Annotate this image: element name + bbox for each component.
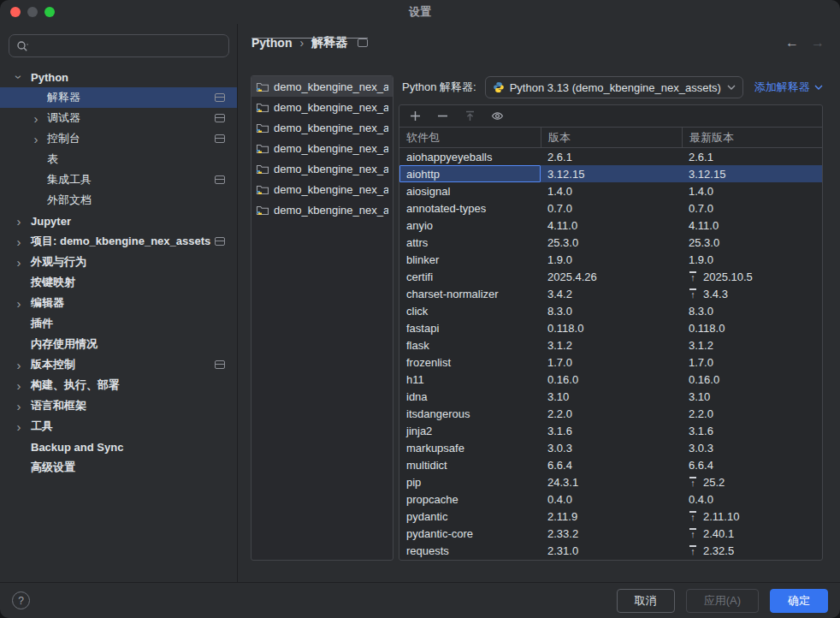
project-list-item[interactable]: demo_kbengine_nex_assets: [251, 97, 393, 117]
package-row[interactable]: multidict 6.6.4 6.6.4: [399, 456, 822, 473]
package-row[interactable]: itsdangerous 2.2.0 2.2.0: [399, 405, 822, 422]
project-list-item[interactable]: demo_kbengine_nex_assets: [251, 179, 393, 199]
chevron-icon[interactable]: ›: [15, 297, 23, 310]
add-interpreter-link[interactable]: 添加解释器: [754, 80, 823, 95]
latest-version-cell[interactable]: 0.4.0: [682, 490, 822, 508]
latest-version-cell[interactable]: 4.11.0: [682, 217, 822, 234]
column-header-version[interactable]: 版本: [541, 128, 682, 147]
version-cell[interactable]: 1.7.0: [541, 354, 682, 371]
zoom-window-button[interactable]: [44, 7, 55, 17]
latest-version-cell[interactable]: 3.12.15: [682, 165, 822, 182]
package-name-cell[interactable]: anyio: [399, 217, 541, 234]
back-button[interactable]: ←: [785, 35, 799, 51]
chevron-icon[interactable]: ›: [15, 256, 23, 269]
package-name-cell[interactable]: h11: [399, 371, 541, 388]
chevron-icon[interactable]: ›: [13, 73, 26, 81]
package-name-cell[interactable]: aiohappyeyeballs: [399, 148, 541, 165]
latest-version-cell[interactable]: 2.6.1: [682, 148, 822, 165]
package-row[interactable]: pip 24.3.1 25.2: [399, 473, 822, 490]
package-name-cell[interactable]: flask: [399, 336, 541, 354]
package-name-cell[interactable]: propcache: [399, 490, 541, 508]
version-cell[interactable]: 6.6.4: [541, 456, 682, 473]
apply-button[interactable]: 应用(A): [686, 589, 759, 613]
sidebar-item[interactable]: › 版本控制: [0, 354, 237, 375]
latest-version-cell[interactable]: 0.7.0: [682, 199, 822, 217]
latest-version-cell[interactable]: 2.32.5: [682, 542, 822, 559]
project-list-item[interactable]: demo_kbengine_nex_assets: [251, 76, 393, 97]
latest-version-cell[interactable]: 2025.10.5: [682, 268, 822, 285]
package-row[interactable]: aiohappyeyeballs 2.6.1 2.6.1: [399, 148, 822, 165]
version-cell[interactable]: 1.4.0: [541, 182, 682, 199]
version-cell[interactable]: 0.118.0: [541, 319, 682, 336]
show-early-releases-button[interactable]: [489, 109, 505, 124]
sidebar-item[interactable]: › 解释器: [0, 87, 237, 108]
sidebar-item[interactable]: › 插件: [0, 313, 237, 334]
cancel-button[interactable]: 取消: [617, 589, 675, 613]
project-list-item[interactable]: demo_kbengine_nex_assets: [251, 158, 393, 179]
sidebar-item[interactable]: › Jupyter: [0, 211, 237, 231]
settings-search-input[interactable]: [9, 34, 229, 57]
sidebar-item[interactable]: › 调试器: [0, 108, 237, 128]
latest-version-cell[interactable]: 25.3.0: [682, 234, 822, 251]
sidebar-item[interactable]: › 工具: [0, 416, 237, 437]
sidebar-item[interactable]: › 表: [0, 149, 237, 169]
package-row[interactable]: aiohttp 3.12.15 3.12.15: [399, 165, 822, 182]
package-name-cell[interactable]: multidict: [399, 456, 541, 473]
package-row[interactable]: requests 2.31.0 2.32.5: [399, 542, 822, 559]
chevron-icon[interactable]: ›: [15, 359, 23, 371]
chevron-icon[interactable]: ›: [32, 112, 40, 125]
latest-version-cell[interactable]: 3.1.2: [682, 336, 822, 354]
package-row[interactable]: idna 3.10 3.10: [399, 388, 822, 405]
version-cell[interactable]: 3.1.6: [541, 422, 682, 439]
sidebar-item[interactable]: › 集成工具: [0, 169, 237, 190]
latest-version-cell[interactable]: 8.3.0: [682, 302, 822, 319]
sidebar-item[interactable]: › 项目: demo_kbengine_nex_assets: [0, 231, 237, 252]
package-row[interactable]: attrs 25.3.0 25.3.0: [399, 234, 822, 251]
sidebar-item[interactable]: › 控制台: [0, 128, 237, 149]
column-header-latest-version[interactable]: 最新版本: [682, 128, 822, 147]
version-cell[interactable]: 24.3.1: [541, 473, 682, 490]
package-name-cell[interactable]: markupsafe: [399, 439, 541, 456]
latest-version-cell[interactable]: 3.10: [682, 388, 822, 405]
package-row[interactable]: propcache 0.4.0 0.4.0: [399, 490, 822, 508]
package-name-cell[interactable]: aiosignal: [399, 182, 541, 199]
interpreter-select[interactable]: Python 3.13 (demo_kbengine_nex_assets): [485, 76, 743, 98]
version-cell[interactable]: 25.3.0: [541, 234, 682, 251]
package-name-cell[interactable]: itsdangerous: [399, 405, 541, 422]
version-cell[interactable]: 2.11.9: [541, 508, 682, 525]
version-cell[interactable]: 1.9.0: [541, 251, 682, 268]
package-row[interactable]: frozenlist 1.7.0 1.7.0: [399, 354, 822, 371]
sidebar-item[interactable]: › 内存使用情况: [0, 334, 237, 354]
version-cell[interactable]: 3.10: [541, 388, 682, 405]
package-row[interactable]: markupsafe 3.0.3 3.0.3: [399, 439, 822, 456]
version-cell[interactable]: 0.4.0: [541, 490, 682, 508]
package-name-cell[interactable]: pip: [399, 473, 541, 490]
sidebar-item[interactable]: › Backup and Sync: [0, 437, 237, 457]
package-name-cell[interactable]: attrs: [399, 234, 541, 251]
package-name-cell[interactable]: pydantic-core: [399, 525, 541, 542]
version-cell[interactable]: 2.33.2: [541, 525, 682, 542]
version-cell[interactable]: 2.6.1: [541, 148, 682, 165]
package-row[interactable]: blinker 1.9.0 1.9.0: [399, 251, 822, 268]
package-row[interactable]: h11 0.16.0 0.16.0: [399, 371, 822, 388]
version-cell[interactable]: 4.11.0: [541, 217, 682, 234]
sidebar-item[interactable]: › Python: [0, 67, 237, 87]
sidebar-item[interactable]: › 按键映射: [0, 272, 237, 293]
package-row[interactable]: annotated-types 0.7.0 0.7.0: [399, 199, 822, 217]
chevron-icon[interactable]: ›: [15, 215, 23, 228]
chevron-icon[interactable]: ›: [15, 420, 23, 433]
sidebar-item[interactable]: › 外观与行为: [0, 252, 237, 272]
help-button[interactable]: ?: [12, 591, 30, 609]
package-row[interactable]: anyio 4.11.0 4.11.0: [399, 217, 822, 234]
version-cell[interactable]: 0.16.0: [541, 371, 682, 388]
package-name-cell[interactable]: pydantic: [399, 508, 541, 525]
sidebar-item[interactable]: › 构建、执行、部署: [0, 375, 237, 395]
project-list-item[interactable]: demo_kbengine_nex_assets: [251, 199, 393, 220]
version-cell[interactable]: 2.2.0: [541, 405, 682, 422]
latest-version-cell[interactable]: 1.7.0: [682, 354, 822, 371]
package-name-cell[interactable]: aiohttp: [399, 165, 541, 182]
package-name-cell[interactable]: jinja2: [399, 422, 541, 439]
package-name-cell[interactable]: certifi: [399, 268, 541, 285]
ok-button[interactable]: 确定: [770, 589, 828, 613]
sidebar-item[interactable]: › 高级设置: [0, 457, 237, 478]
